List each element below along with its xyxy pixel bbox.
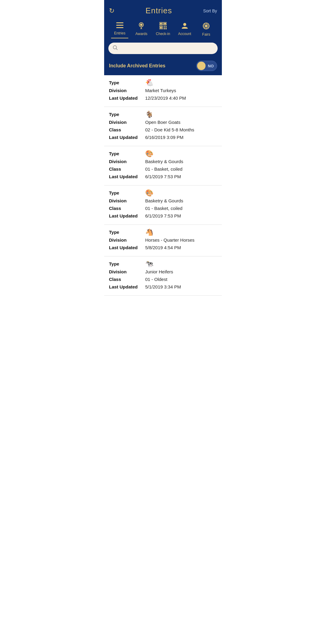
tab-fairs-label: Fairs (202, 32, 210, 37)
refresh-icon[interactable]: ↻ (109, 7, 114, 15)
entry-item[interactable]: Type 🐐 Division Open Boer Goats Class 02… (104, 107, 222, 146)
fairs-icon (202, 22, 210, 31)
entry-updated-row: Last Updated 6/1/2019 7:53 PM (109, 213, 217, 219)
entries-list: Type 🐔 Division Market Turkeys Last Upda… (104, 75, 222, 296)
division-label: Division (109, 119, 145, 125)
search-input[interactable] (120, 46, 213, 51)
entry-type-row: Type 🎨 (109, 190, 217, 196)
entry-item[interactable]: Type 🐄 Division Junior Heifers Class 01 … (104, 256, 222, 296)
updated-value: 5/1/2019 3:34 PM (145, 284, 217, 290)
entry-division-row: Division Market Turkeys (109, 87, 217, 94)
svg-rect-1 (116, 25, 123, 26)
entry-item[interactable]: Type 🐴 Division Horses - Quarter Horses … (104, 225, 222, 256)
class-label: Class (109, 166, 145, 172)
tab-fairs[interactable]: Fairs (195, 20, 217, 40)
type-label: Type (109, 111, 145, 118)
svg-marker-5 (140, 27, 142, 29)
division-label: Division (109, 87, 145, 94)
type-icon: 🐐 (145, 111, 217, 118)
sort-by-button[interactable]: Sort By (203, 8, 217, 13)
type-icon: 🎨 (145, 190, 217, 196)
header: ↻ Entries Sort By Entries (104, 0, 222, 40)
class-value: 01 - Oldest (145, 276, 217, 282)
svg-rect-0 (116, 22, 123, 23)
class-value: 01 - Basket, coiled (145, 205, 217, 211)
type-icon: 🎨 (145, 150, 217, 157)
toggle-knob (197, 62, 206, 70)
awards-icon (138, 22, 145, 31)
entry-type-row: Type 🐐 (109, 111, 217, 118)
tab-checkin-label: Check-in (156, 32, 170, 36)
entry-item[interactable]: Type 🎨 Division Basketry & Gourds Class … (104, 146, 222, 185)
entry-item[interactable]: Type 🐔 Division Market Turkeys Last Upda… (104, 75, 222, 107)
svg-rect-7 (160, 23, 162, 24)
tab-checkin[interactable]: Check-in (152, 20, 174, 39)
entry-class-row: Class 02 - Doe Kid 5-8 Months (109, 127, 217, 133)
type-label: Type (109, 261, 145, 267)
tab-account-label: Account (178, 32, 191, 36)
entry-class-row: Class 01 - Oldest (109, 276, 217, 282)
class-label: Class (109, 127, 145, 133)
svg-rect-12 (164, 26, 165, 27)
entry-updated-row: Last Updated 12/23/2019 4:40 PM (109, 95, 217, 101)
entry-updated-row: Last Updated 6/1/2019 7:53 PM (109, 173, 217, 180)
search-icon (113, 45, 118, 52)
updated-label: Last Updated (109, 134, 145, 140)
division-value: Basketry & Gourds (145, 198, 217, 204)
tab-account[interactable]: Account (174, 20, 196, 39)
updated-label: Last Updated (109, 213, 145, 219)
header-top: ↻ Entries Sort By (109, 4, 217, 19)
entry-division-row: Division Junior Heifers (109, 269, 217, 275)
updated-value: 5/8/2019 4:54 PM (145, 244, 217, 251)
entry-type-row: Type 🎨 (109, 150, 217, 157)
class-label: Class (109, 205, 145, 211)
svg-point-4 (140, 24, 142, 26)
svg-line-24 (116, 49, 118, 50)
entry-item[interactable]: Type 🎨 Division Basketry & Gourds Class … (104, 185, 222, 225)
division-value: Horses - Quarter Horses (145, 237, 217, 243)
updated-label: Last Updated (109, 244, 145, 251)
tab-entries[interactable]: Entries (109, 20, 131, 38)
updated-value: 6/16/2019 3:09 PM (145, 134, 217, 140)
entry-division-row: Division Basketry & Gourds (109, 198, 217, 204)
division-label: Division (109, 269, 145, 275)
entry-division-row: Division Horses - Quarter Horses (109, 237, 217, 243)
class-value: 01 - Basket, coiled (145, 166, 217, 172)
svg-rect-9 (164, 23, 166, 24)
class-value: 02 - Doe Kid 5-8 Months (145, 127, 217, 133)
updated-value: 6/1/2019 7:53 PM (145, 173, 217, 180)
updated-value: 6/1/2019 7:53 PM (145, 213, 217, 219)
division-label: Division (109, 158, 145, 165)
checkin-icon (159, 22, 167, 31)
entry-updated-row: Last Updated 6/16/2019 3:09 PM (109, 134, 217, 140)
tab-awards[interactable]: Awards (131, 20, 152, 39)
entry-updated-row: Last Updated 5/8/2019 4:54 PM (109, 244, 217, 251)
type-label: Type (109, 79, 145, 86)
svg-rect-13 (165, 26, 167, 27)
updated-label: Last Updated (109, 173, 145, 180)
entry-class-row: Class 01 - Basket, coiled (109, 166, 217, 172)
toggle-state: NO (206, 64, 216, 68)
type-icon: 🐔 (145, 79, 217, 86)
svg-rect-11 (160, 27, 162, 29)
updated-label: Last Updated (109, 284, 145, 290)
tab-entries-label: Entries (114, 31, 125, 35)
division-label: Division (109, 237, 145, 243)
updated-label: Last Updated (109, 95, 145, 101)
svg-point-16 (183, 23, 186, 26)
entry-division-row: Division Basketry & Gourds (109, 158, 217, 165)
type-label: Type (109, 190, 145, 196)
nav-tabs: Entries Awards (109, 19, 217, 40)
division-label: Division (109, 198, 145, 204)
svg-point-23 (113, 46, 117, 49)
search-section (104, 40, 222, 58)
archive-toggle[interactable]: NO (196, 61, 217, 71)
updated-value: 12/23/2019 4:40 PM (145, 95, 217, 101)
tab-awards-label: Awards (135, 32, 147, 36)
entry-division-row: Division Open Boer Goats (109, 119, 217, 125)
class-label: Class (109, 276, 145, 282)
svg-rect-14 (164, 28, 165, 29)
type-label: Type (109, 150, 145, 157)
type-icon: 🐄 (145, 261, 217, 267)
division-value: Open Boer Goats (145, 119, 217, 125)
